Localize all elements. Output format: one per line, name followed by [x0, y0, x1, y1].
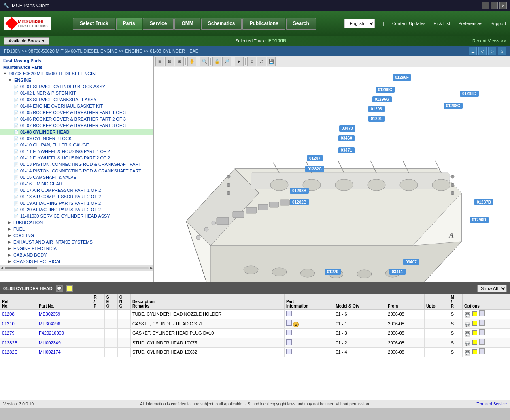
- tab-omm[interactable]: OMM: [174, 18, 200, 30]
- preferences-link[interactable]: Preferences: [458, 21, 482, 26]
- tab-schematics[interactable]: Schematics: [201, 18, 242, 30]
- tree-item-01-13[interactable]: 📄 01-13 PISTON, CONNECTING ROD & CRANKSH…: [0, 161, 153, 168]
- tree-item-01-14[interactable]: 📄 01-14 PISTON, CONNECTING ROD & CRANKSH…: [0, 168, 153, 174]
- scroll-left-icon[interactable]: ◀: [1, 266, 3, 270]
- part-no-link[interactable]: MH002174: [39, 350, 61, 354]
- option-comment[interactable]: 💬: [465, 331, 470, 337]
- option-yellow[interactable]: [472, 349, 477, 354]
- tree-cab-body[interactable]: ▶ CAB AND BODY: [0, 252, 153, 258]
- part-no-link[interactable]: ME302359: [39, 312, 60, 316]
- scroll-right-icon[interactable]: ▶: [150, 266, 153, 270]
- pick-list-link[interactable]: Pick List: [434, 21, 450, 26]
- ref-link[interactable]: 01282C: [2, 350, 18, 354]
- tree-item-01-05[interactable]: 📄 01-05 ROCKER COVER & BREATHER PART 1 O…: [0, 109, 153, 116]
- diag-lock[interactable]: 🔒: [212, 57, 221, 66]
- option-box[interactable]: [479, 339, 485, 345]
- tree-item-01-17[interactable]: 📄 01-17 AIR COMPRESSOR PART 1 OF 2: [0, 187, 153, 193]
- terms-link[interactable]: Terms of Service: [477, 402, 507, 406]
- option-box[interactable]: [479, 348, 485, 354]
- part-no-link[interactable]: F420210000: [39, 331, 64, 335]
- fast-moving-parts-link[interactable]: Fast Moving Parts: [0, 57, 153, 64]
- maximize-button[interactable]: □: [491, 2, 498, 9]
- tab-parts[interactable]: Parts: [116, 18, 142, 30]
- tree-item-01-12[interactable]: 📄 01-12 FLYWHEEL & HOUSING PART 2 OF 2: [0, 155, 153, 161]
- diag-btn-3[interactable]: ⊞: [175, 57, 184, 66]
- tab-publications[interactable]: Publications: [242, 18, 285, 30]
- content-updates-link[interactable]: Content Updates: [392, 21, 426, 26]
- close-button[interactable]: ✕: [499, 2, 507, 9]
- scroll-track[interactable]: [5, 267, 149, 269]
- diag-print[interactable]: 🖨: [257, 57, 266, 66]
- diag-export[interactable]: 💾: [267, 57, 276, 66]
- show-all-select[interactable]: Show All: [477, 285, 507, 292]
- option-comment[interactable]: 💬: [465, 322, 470, 327]
- breadcrumb-prev-icon[interactable]: ◁: [478, 47, 487, 55]
- tree-cooling[interactable]: ▶ COOLING: [0, 232, 153, 239]
- tab-search[interactable]: Search: [286, 18, 316, 30]
- tree-item-01-09[interactable]: 📄 01-09 CYLINDER BLOCK: [0, 135, 153, 142]
- option-comment[interactable]: 💬: [465, 312, 470, 318]
- recent-views-link[interactable]: Recent Views >>: [472, 38, 506, 43]
- tree-item-01-06[interactable]: 📄 01-06 ROCKER COVER & BREATHER PART 2 O…: [0, 116, 153, 122]
- option-box[interactable]: [479, 310, 485, 316]
- part-no-link[interactable]: ME304296: [39, 321, 60, 326]
- breadcrumb-next-icon[interactable]: ▷: [488, 47, 496, 55]
- tree-item-01-08[interactable]: 📄 01-08 CYLINDER HEAD: [0, 129, 153, 135]
- parts-icon-note[interactable]: 💬: [56, 285, 63, 292]
- tree-exhaust[interactable]: ▶ EXHAUST AND AIR INTAKE SYSTEMS: [0, 239, 153, 245]
- ref-link[interactable]: 01282B: [2, 340, 17, 345]
- info-icon[interactable]: [286, 320, 292, 326]
- tree-item-01-16[interactable]: 📄 01-16 TIMING GEAR: [0, 180, 153, 187]
- diag-btn-2[interactable]: ⊟: [165, 57, 174, 66]
- option-yellow[interactable]: [472, 311, 477, 316]
- tree-lubrication[interactable]: ▶ LUBRICATION: [0, 219, 153, 226]
- diagram-area[interactable]: A 01296F 01296C 01296G 01298D 01208 0129…: [154, 67, 510, 282]
- option-yellow[interactable]: [472, 340, 477, 345]
- tree-root[interactable]: ▼ 98708-50620 MIT 6M60-TL DIESEL ENGINE: [0, 70, 153, 77]
- tree-item-01-20[interactable]: 📄 01-20 ATTACHING PARTS PART 2 OF 2: [0, 206, 153, 213]
- available-books-button[interactable]: Available Books ▼: [4, 37, 49, 45]
- language-select[interactable]: English: [344, 19, 375, 28]
- tree-item-01-11[interactable]: 📄 01-11 FLYWHEEL & HOUSING PART 1 OF 2: [0, 148, 153, 155]
- tree-item-01-15[interactable]: 📄 01-15 CAMSHAFT & VALVE: [0, 174, 153, 180]
- diag-hand-tool[interactable]: ✋: [187, 57, 196, 66]
- tab-service[interactable]: Service: [143, 18, 174, 30]
- info-icon[interactable]: [286, 349, 292, 354]
- diag-forward[interactable]: ▶: [235, 57, 244, 66]
- parts-table-wrapper[interactable]: RefNo. Part No. R/P SEQ CNG DescriptionR…: [0, 294, 510, 387]
- ref-link[interactable]: 01208: [2, 312, 15, 316]
- tree-item-01-01[interactable]: 📄 01-01 SERVICE CYLINDER BLOCK ASSY: [0, 83, 153, 90]
- ref-link[interactable]: 01279: [2, 331, 15, 335]
- option-box[interactable]: [479, 320, 485, 326]
- tree-item-01-18[interactable]: 📄 01-18 AIR COMPRESSOR PART 2 OF 2: [0, 193, 153, 200]
- option-yellow[interactable]: [472, 321, 477, 326]
- option-comment[interactable]: 💬: [465, 350, 470, 356]
- minimize-button[interactable]: ─: [482, 2, 489, 9]
- tree-fuel[interactable]: ▶ FUEL: [0, 226, 153, 232]
- tree-item-01-04[interactable]: 📄 01-04 ENGINE OVERHAUL GASKET KIT: [0, 103, 153, 109]
- tree-item-01-19[interactable]: 📄 01-19 ATTACHING PARTS PART 1 OF 2: [0, 200, 153, 206]
- tree-engine-electrical[interactable]: ▶ ENGINE ELECTRICAL: [0, 245, 153, 252]
- scroll-thumb[interactable]: [5, 267, 37, 269]
- info-icon[interactable]: [286, 339, 292, 345]
- option-box[interactable]: [479, 329, 485, 335]
- diag-zoom-out[interactable]: 🔎: [222, 57, 231, 66]
- support-link[interactable]: Support: [490, 21, 506, 26]
- diag-copy[interactable]: ⧉: [247, 57, 256, 66]
- tree-engine[interactable]: ▼ ENGINE: [0, 77, 153, 83]
- tree-item-01-10[interactable]: 📄 01-10 OIL PAN, FILLER & GAUGE: [0, 142, 153, 148]
- info-icon[interactable]: [286, 330, 292, 335]
- info-icon[interactable]: [286, 311, 292, 316]
- maintenance-parts-link[interactable]: Maintenance Parts: [0, 64, 153, 70]
- option-yellow[interactable]: [472, 330, 477, 335]
- diag-btn-1[interactable]: ⊞: [155, 57, 164, 66]
- tree-chassis[interactable]: ▶ CHASSIS ELECTRICAL: [0, 258, 153, 265]
- diag-zoom-in[interactable]: 🔍: [200, 57, 209, 66]
- ref-link[interactable]: 01210: [2, 321, 15, 326]
- option-comment[interactable]: 💬: [465, 341, 470, 346]
- breadcrumb-list-icon[interactable]: ☰: [469, 47, 477, 55]
- breadcrumb-home-icon[interactable]: ⌂: [498, 47, 506, 55]
- tree-item-11-01030[interactable]: 📄 11-01030 SERVICE CYLINDER HEAD ASSY: [0, 213, 153, 219]
- tab-select-truck[interactable]: Select Truck: [73, 18, 115, 30]
- tree-item-01-07[interactable]: 📄 01-07 ROCKER COVER & BREATHER PART 3 O…: [0, 122, 153, 129]
